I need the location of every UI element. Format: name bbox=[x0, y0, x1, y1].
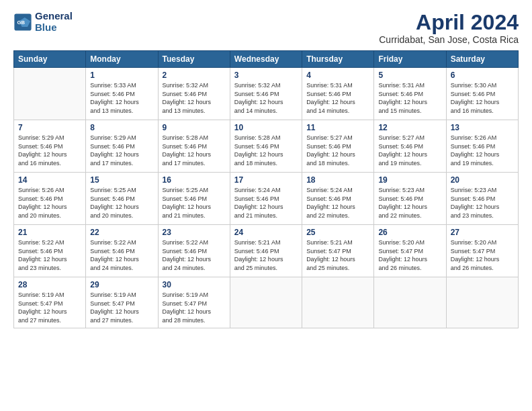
th-saturday: Saturday bbox=[446, 51, 518, 68]
day-number: 22 bbox=[90, 228, 153, 237]
calendar-cell: 4Sunrise: 5:31 AM Sunset: 5:46 PM Daylig… bbox=[302, 68, 374, 120]
calendar-cell: 20Sunrise: 5:23 AM Sunset: 5:46 PM Dayli… bbox=[446, 173, 518, 225]
calendar-cell: 22Sunrise: 5:22 AM Sunset: 5:46 PM Dayli… bbox=[86, 225, 158, 277]
day-info: Sunrise: 5:32 AM Sunset: 5:46 PM Dayligh… bbox=[163, 81, 226, 115]
th-tuesday: Tuesday bbox=[158, 51, 230, 68]
calendar-cell bbox=[14, 68, 86, 120]
day-info: Sunrise: 5:27 AM Sunset: 5:46 PM Dayligh… bbox=[306, 134, 369, 167]
day-info: Sunrise: 5:28 AM Sunset: 5:46 PM Dayligh… bbox=[163, 134, 226, 167]
calendar-cell: 5Sunrise: 5:31 AM Sunset: 5:46 PM Daylig… bbox=[374, 68, 446, 120]
day-number: 12 bbox=[378, 123, 441, 132]
day-number: 26 bbox=[378, 228, 441, 237]
logo-line1: General bbox=[35, 11, 73, 22]
day-info: Sunrise: 5:28 AM Sunset: 5:46 PM Dayligh… bbox=[234, 134, 298, 167]
day-number: 5 bbox=[378, 71, 441, 80]
calendar-cell: 11Sunrise: 5:27 AM Sunset: 5:46 PM Dayli… bbox=[302, 120, 374, 173]
day-number: 20 bbox=[451, 175, 514, 185]
logo: GB General Blue bbox=[13, 11, 73, 33]
th-friday: Friday bbox=[374, 51, 446, 68]
calendar-cell: 8Sunrise: 5:29 AM Sunset: 5:46 PM Daylig… bbox=[86, 120, 158, 173]
calendar-cell: 2Sunrise: 5:32 AM Sunset: 5:46 PM Daylig… bbox=[158, 68, 230, 120]
location-subtitle: Curridabat, San Jose, Costa Rica bbox=[379, 34, 519, 45]
day-info: Sunrise: 5:20 AM Sunset: 5:47 PM Dayligh… bbox=[451, 238, 514, 272]
calendar-cell: 10Sunrise: 5:28 AM Sunset: 5:46 PM Dayli… bbox=[230, 120, 302, 173]
day-number: 17 bbox=[234, 175, 298, 185]
title-block: April 2024 Curridabat, San Jose, Costa R… bbox=[379, 11, 519, 45]
calendar-cell bbox=[302, 277, 374, 328]
day-info: Sunrise: 5:24 AM Sunset: 5:46 PM Dayligh… bbox=[306, 186, 369, 220]
page: GB General Blue April 2024 Curridabat, S… bbox=[0, 0, 532, 411]
day-number: 27 bbox=[451, 228, 514, 237]
calendar-cell: 19Sunrise: 5:23 AM Sunset: 5:46 PM Dayli… bbox=[374, 173, 446, 225]
calendar-cell: 7Sunrise: 5:29 AM Sunset: 5:46 PM Daylig… bbox=[14, 120, 86, 173]
day-info: Sunrise: 5:33 AM Sunset: 5:46 PM Dayligh… bbox=[90, 81, 153, 115]
day-info: Sunrise: 5:29 AM Sunset: 5:46 PM Dayligh… bbox=[90, 134, 153, 167]
calendar-cell: 23Sunrise: 5:22 AM Sunset: 5:46 PM Dayli… bbox=[158, 225, 230, 277]
day-info: Sunrise: 5:25 AM Sunset: 5:46 PM Dayligh… bbox=[90, 186, 153, 220]
day-number: 19 bbox=[378, 175, 441, 185]
calendar-cell: 27Sunrise: 5:20 AM Sunset: 5:47 PM Dayli… bbox=[446, 225, 518, 277]
header: GB General Blue April 2024 Curridabat, S… bbox=[13, 11, 519, 45]
day-number: 30 bbox=[163, 280, 226, 289]
day-number: 9 bbox=[163, 123, 226, 132]
calendar-cell bbox=[230, 277, 302, 328]
calendar-cell: 26Sunrise: 5:20 AM Sunset: 5:47 PM Dayli… bbox=[374, 225, 446, 277]
calendar-cell: 12Sunrise: 5:27 AM Sunset: 5:46 PM Dayli… bbox=[374, 120, 446, 173]
calendar-cell: 21Sunrise: 5:22 AM Sunset: 5:46 PM Dayli… bbox=[14, 225, 86, 277]
calendar-week-4: 21Sunrise: 5:22 AM Sunset: 5:46 PM Dayli… bbox=[14, 225, 519, 277]
day-number: 16 bbox=[163, 175, 226, 185]
th-wednesday: Wednesday bbox=[230, 51, 302, 68]
calendar-week-5: 28Sunrise: 5:19 AM Sunset: 5:47 PM Dayli… bbox=[14, 277, 519, 328]
calendar-cell: 25Sunrise: 5:21 AM Sunset: 5:47 PM Dayli… bbox=[302, 225, 374, 277]
day-info: Sunrise: 5:31 AM Sunset: 5:46 PM Dayligh… bbox=[306, 81, 369, 115]
calendar-cell: 14Sunrise: 5:26 AM Sunset: 5:46 PM Dayli… bbox=[14, 173, 86, 225]
day-info: Sunrise: 5:27 AM Sunset: 5:46 PM Dayligh… bbox=[378, 134, 441, 167]
day-number: 28 bbox=[18, 280, 81, 289]
calendar-cell: 30Sunrise: 5:19 AM Sunset: 5:47 PM Dayli… bbox=[158, 277, 230, 328]
calendar-cell: 29Sunrise: 5:19 AM Sunset: 5:47 PM Dayli… bbox=[86, 277, 158, 328]
calendar-cell: 3Sunrise: 5:32 AM Sunset: 5:46 PM Daylig… bbox=[230, 68, 302, 120]
logo-line2: Blue bbox=[35, 22, 73, 34]
th-sunday: Sunday bbox=[14, 51, 86, 68]
day-number: 3 bbox=[234, 71, 298, 80]
day-info: Sunrise: 5:31 AM Sunset: 5:46 PM Dayligh… bbox=[378, 81, 441, 115]
day-info: Sunrise: 5:25 AM Sunset: 5:46 PM Dayligh… bbox=[163, 186, 226, 220]
day-info: Sunrise: 5:22 AM Sunset: 5:46 PM Dayligh… bbox=[18, 238, 81, 272]
day-info: Sunrise: 5:22 AM Sunset: 5:46 PM Dayligh… bbox=[90, 238, 153, 272]
calendar-cell: 18Sunrise: 5:24 AM Sunset: 5:46 PM Dayli… bbox=[302, 173, 374, 225]
day-number: 8 bbox=[90, 123, 153, 132]
day-number: 2 bbox=[163, 71, 226, 80]
calendar-table: Sunday Monday Tuesday Wednesday Thursday… bbox=[13, 50, 519, 328]
day-info: Sunrise: 5:24 AM Sunset: 5:46 PM Dayligh… bbox=[234, 186, 298, 220]
day-info: Sunrise: 5:23 AM Sunset: 5:46 PM Dayligh… bbox=[378, 186, 441, 220]
day-number: 6 bbox=[451, 71, 514, 80]
day-info: Sunrise: 5:23 AM Sunset: 5:46 PM Dayligh… bbox=[451, 186, 514, 220]
calendar-cell: 6Sunrise: 5:30 AM Sunset: 5:46 PM Daylig… bbox=[446, 68, 518, 120]
calendar-week-2: 7Sunrise: 5:29 AM Sunset: 5:46 PM Daylig… bbox=[14, 120, 519, 173]
svg-text:GB: GB bbox=[17, 19, 26, 25]
day-number: 14 bbox=[18, 175, 81, 185]
day-info: Sunrise: 5:20 AM Sunset: 5:47 PM Dayligh… bbox=[378, 238, 441, 272]
logo-icon: GB bbox=[13, 13, 32, 32]
day-number: 4 bbox=[306, 71, 369, 80]
day-info: Sunrise: 5:26 AM Sunset: 5:46 PM Dayligh… bbox=[451, 134, 514, 167]
calendar-week-1: 1Sunrise: 5:33 AM Sunset: 5:46 PM Daylig… bbox=[14, 68, 519, 120]
day-number: 10 bbox=[234, 123, 298, 132]
day-info: Sunrise: 5:22 AM Sunset: 5:46 PM Dayligh… bbox=[163, 238, 226, 272]
day-info: Sunrise: 5:19 AM Sunset: 5:47 PM Dayligh… bbox=[90, 291, 153, 324]
day-info: Sunrise: 5:30 AM Sunset: 5:46 PM Dayligh… bbox=[451, 81, 514, 115]
calendar-cell: 1Sunrise: 5:33 AM Sunset: 5:46 PM Daylig… bbox=[86, 68, 158, 120]
day-number: 29 bbox=[90, 280, 153, 289]
calendar-cell: 28Sunrise: 5:19 AM Sunset: 5:47 PM Dayli… bbox=[14, 277, 86, 328]
calendar-cell bbox=[446, 277, 518, 328]
day-number: 15 bbox=[90, 175, 153, 185]
day-info: Sunrise: 5:32 AM Sunset: 5:46 PM Dayligh… bbox=[234, 81, 298, 115]
header-row: Sunday Monday Tuesday Wednesday Thursday… bbox=[14, 51, 519, 68]
calendar-cell: 9Sunrise: 5:28 AM Sunset: 5:46 PM Daylig… bbox=[158, 120, 230, 173]
day-number: 21 bbox=[18, 228, 81, 237]
day-number: 25 bbox=[306, 228, 369, 237]
calendar-cell: 15Sunrise: 5:25 AM Sunset: 5:46 PM Dayli… bbox=[86, 173, 158, 225]
day-info: Sunrise: 5:19 AM Sunset: 5:47 PM Dayligh… bbox=[18, 291, 81, 324]
calendar-cell: 13Sunrise: 5:26 AM Sunset: 5:46 PM Dayli… bbox=[446, 120, 518, 173]
day-number: 23 bbox=[163, 228, 226, 237]
